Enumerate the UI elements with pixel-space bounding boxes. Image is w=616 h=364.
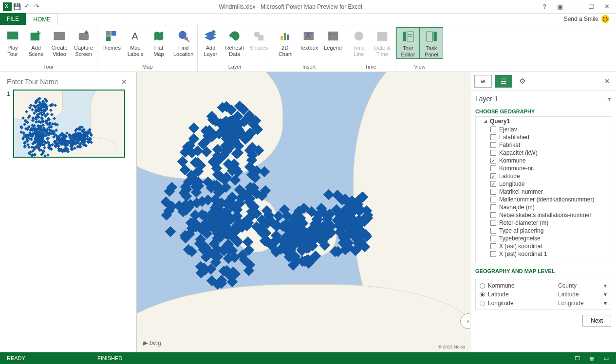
field-tree[interactable]: ◢ Query1 EjerlavEstablishedFabrikatKapac… xyxy=(475,116,611,262)
task-panel-button[interactable]: Task Panel xyxy=(420,27,443,59)
field-item[interactable]: Navhøjde (m) xyxy=(476,203,611,211)
checkbox-icon[interactable] xyxy=(490,197,496,202)
checkbox-icon[interactable] xyxy=(490,212,496,218)
send-a-smile[interactable]: Send a Smile xyxy=(557,13,616,25)
close-icon[interactable]: ✕ xyxy=(599,1,614,12)
geo-level-dropdown[interactable]: Longitude▾ xyxy=(558,300,607,307)
field-item[interactable]: X (øst) koordinat 1 xyxy=(476,250,611,258)
checkbox-icon[interactable] xyxy=(490,236,496,241)
next-button[interactable]: Next xyxy=(582,315,611,327)
checkbox-icon[interactable]: ✓ xyxy=(490,173,496,179)
field-item[interactable]: ✓Kommune xyxy=(476,157,611,164)
refresh-data-button[interactable]: Refresh Data xyxy=(222,27,247,58)
status-view3-icon[interactable]: ▭ xyxy=(599,354,613,363)
help-icon[interactable]: ? xyxy=(537,1,552,12)
capture-screen-button[interactable]: Capture Screen xyxy=(71,27,96,58)
checkbox-icon[interactable] xyxy=(490,142,496,148)
date-time-button[interactable]: Date & Time xyxy=(371,27,394,58)
quick-access-toolbar: 💾 ↶ ↷ xyxy=(0,2,44,11)
geo-row[interactable]: LongitudeLongitude▾ xyxy=(476,299,611,308)
themes-button[interactable]: Themes xyxy=(98,27,124,52)
map-canvas[interactable]: ︿ ‹ › ﹀ + − ▶ bing © 2013 Nokia xyxy=(136,72,470,352)
radio-icon[interactable] xyxy=(480,301,485,306)
checkbox-icon[interactable] xyxy=(490,189,496,195)
geo-level-dropdown[interactable]: County▾ xyxy=(558,282,607,289)
field-label: Kommune-nr. xyxy=(499,165,534,172)
geo-row[interactable]: LatitudeLatitude▾ xyxy=(476,290,611,299)
tour-name-input[interactable] xyxy=(7,78,119,86)
field-item[interactable]: ✓Latitude xyxy=(476,172,611,180)
field-item[interactable]: Kapacitet (kW) xyxy=(476,149,611,157)
status-view2-icon[interactable]: ▦ xyxy=(585,354,598,363)
add-scene-button[interactable]: Add Scene xyxy=(24,27,48,58)
field-item[interactable]: Netselskabets installations-nummer xyxy=(476,211,611,219)
field-item[interactable]: Matrikel-nummer xyxy=(476,188,611,196)
checkbox-icon[interactable] xyxy=(490,243,496,249)
radio-icon[interactable] xyxy=(480,292,485,297)
ribbon: Play Tour Add Scene Create Video Capture… xyxy=(0,25,616,72)
2d-chart-button[interactable]: 2D Chart xyxy=(273,27,297,58)
field-label: Type af placering xyxy=(499,227,543,234)
find-location-button[interactable]: Find Location xyxy=(170,27,197,58)
tab-home[interactable]: HOME xyxy=(26,14,58,25)
save-icon[interactable]: 💾 xyxy=(13,2,21,11)
field-label: Kommune xyxy=(499,157,526,164)
minimize-icon[interactable]: — xyxy=(568,1,583,12)
checkbox-icon[interactable]: ✓ xyxy=(490,158,496,164)
geo-level-dropdown[interactable]: Latitude▾ xyxy=(558,291,607,298)
field-item[interactable]: ✓Longitude xyxy=(476,180,611,188)
geo-field: Longitude xyxy=(488,300,514,307)
checkbox-icon[interactable]: ✓ xyxy=(490,181,496,187)
field-list-icon[interactable]: ☰ xyxy=(495,75,512,88)
field-item[interactable]: Fabrikat xyxy=(476,141,611,149)
redo-icon[interactable]: ↷ xyxy=(32,2,41,11)
map-labels-button[interactable]: A Map Labels xyxy=(124,27,147,58)
flat-map-button[interactable]: Flat Map xyxy=(147,27,170,58)
checkbox-icon[interactable] xyxy=(490,228,496,234)
checkbox-icon[interactable] xyxy=(490,165,496,171)
field-item[interactable]: X (øst) koordinat xyxy=(476,242,611,250)
create-video-button[interactable]: Create Video xyxy=(48,27,71,58)
field-item[interactable]: Møllenummer (identikationsnummer) xyxy=(476,196,611,203)
checkbox-icon[interactable] xyxy=(490,251,496,257)
checkbox-icon[interactable] xyxy=(490,134,496,140)
checkbox-icon[interactable] xyxy=(490,220,496,226)
gear-icon[interactable]: ⚙ xyxy=(519,77,525,86)
textbox-icon: A xyxy=(301,28,317,44)
tour-editor-button[interactable]: Tour Editor xyxy=(396,27,420,59)
field-item[interactable]: Ejerlav xyxy=(476,126,611,133)
svg-rect-7 xyxy=(54,38,65,39)
shapes-button[interactable]: Shapes xyxy=(247,27,271,52)
radio-icon[interactable] xyxy=(480,283,485,289)
tab-file[interactable]: FILE xyxy=(0,13,26,25)
play-tour-button[interactable]: Play Tour xyxy=(1,27,24,58)
checkbox-icon[interactable] xyxy=(490,150,496,156)
status-finished: FINISHED xyxy=(91,355,129,361)
checkbox-icon[interactable] xyxy=(490,204,496,210)
maximize-icon[interactable]: ☐ xyxy=(584,1,598,12)
ribbon-options-icon[interactable]: ▣ xyxy=(553,1,567,12)
status-bar: READY FINISHED 🗔 ▦ ▭ xyxy=(0,352,616,364)
status-view1-icon[interactable]: 🗔 xyxy=(570,354,584,363)
add-layer-button[interactable]: Add Layer xyxy=(199,27,222,58)
field-item[interactable]: Established xyxy=(476,133,611,141)
field-item[interactable]: Type af placering xyxy=(476,227,611,235)
svg-rect-41 xyxy=(377,32,387,40)
checkbox-icon[interactable] xyxy=(490,127,496,132)
legend-button[interactable]: Legend xyxy=(321,27,345,52)
layer-manager-icon[interactable]: ≋ xyxy=(474,75,492,88)
query-node[interactable]: ◢ Query1 xyxy=(476,117,611,126)
svg-marker-21 xyxy=(205,35,216,40)
time-line-button[interactable]: Time Line xyxy=(347,27,371,58)
ribbon-group-time: Time Line Date & Time Time xyxy=(346,25,395,72)
scene-thumbnail[interactable] xyxy=(13,90,125,158)
field-item[interactable]: Kommune-nr. xyxy=(476,164,611,172)
textbox-button[interactable]: A Textbox xyxy=(297,27,321,52)
undo-icon[interactable]: ↶ xyxy=(22,2,31,11)
field-item[interactable]: Typebetegnelse xyxy=(476,235,611,242)
layer-name-dropdown[interactable]: Layer 1 ▾ xyxy=(470,91,616,107)
layer-pane-close-icon[interactable]: ✕ xyxy=(602,77,612,85)
tour-pane-close-icon[interactable]: ✕ xyxy=(119,78,129,86)
geo-row[interactable]: KommuneCounty▾ xyxy=(476,281,611,290)
field-item[interactable]: Rotor-diameter (m) xyxy=(476,219,611,227)
